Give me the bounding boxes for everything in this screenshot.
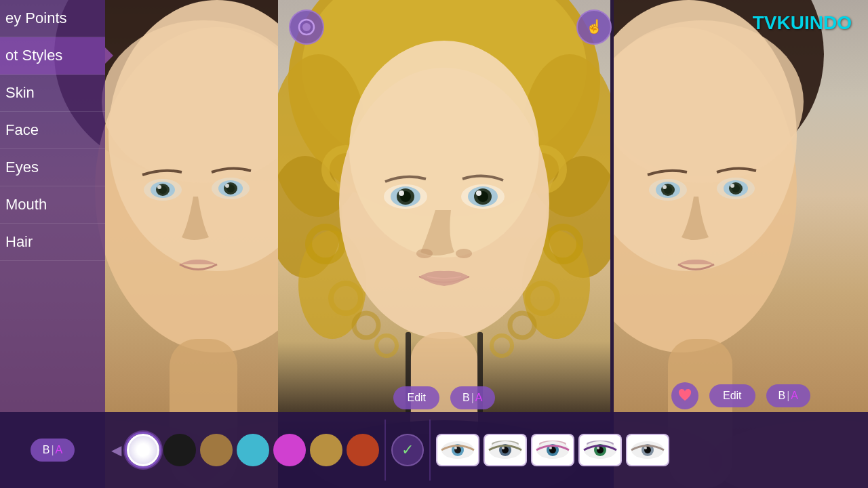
svg-point-72 — [302, 23, 311, 31]
scroll-left-icon: ◀ — [111, 442, 121, 458]
center-edit-button[interactable]: Edit — [393, 386, 439, 409]
check-icon: ✓ — [401, 441, 414, 459]
left-circle-button[interactable] — [289, 9, 324, 45]
watermark: TVKUINDO — [753, 12, 852, 34]
color-swatch-black[interactable] — [163, 434, 196, 466]
eye-option-4[interactable] — [578, 434, 622, 466]
center-bottom-controls: Edit B | A — [278, 386, 610, 409]
color-swatch-teal[interactable] — [237, 434, 269, 466]
sidebar-item-hair[interactable]: Hair — [0, 224, 105, 261]
svg-point-82 — [502, 447, 505, 449]
heart-icon — [677, 388, 692, 403]
eye-option-3[interactable] — [531, 434, 574, 466]
right-edit-button[interactable]: Edit — [709, 384, 755, 407]
scroll-left-button[interactable]: ◀ — [105, 434, 127, 466]
bia-b: B — [462, 392, 470, 404]
eye-option-2[interactable] — [484, 434, 527, 466]
sidebar-label-skin: Skin — [5, 84, 35, 102]
eye-options — [436, 434, 669, 466]
divider-2 — [429, 420, 431, 481]
divider-1 — [384, 420, 386, 481]
bottom-bia-b: B — [43, 444, 50, 456]
sidebar-item-face[interactable]: Face — [0, 112, 105, 149]
center-top-right-btn[interactable]: ☝ — [576, 9, 612, 45]
right-bia-divider: | — [787, 390, 789, 402]
bottom-bar: B | A ◀ ✓ — [0, 412, 868, 488]
svg-point-92 — [597, 447, 599, 449]
svg-point-77 — [454, 447, 457, 449]
color-swatch-white[interactable] — [127, 434, 159, 466]
eye-option-5[interactable] — [626, 434, 669, 466]
color-swatch-golden[interactable] — [310, 434, 342, 466]
sidebar-item-skin[interactable]: Skin — [0, 75, 105, 112]
sidebar-label-mouth: Mouth — [5, 196, 47, 214]
circle-icon — [297, 18, 316, 37]
heart-button[interactable] — [671, 382, 698, 409]
sidebar-item-hot-styles[interactable]: ot Styles — [0, 37, 105, 75]
bottom-bia-sep: | — [51, 444, 54, 456]
right-circle-button[interactable]: ☝ — [576, 9, 612, 45]
sidebar-label-key-points: ey Points — [5, 9, 67, 27]
sidebar-item-mouth[interactable]: Mouth — [0, 186, 105, 224]
bia-divider: | — [471, 392, 474, 404]
color-swatch-brown-light[interactable] — [200, 434, 233, 466]
sidebar-arrow — [105, 47, 113, 64]
sidebar-label-eyes: Eyes — [5, 159, 39, 176]
bia-a: A — [475, 392, 483, 404]
bottom-bia-button[interactable]: B | A — [31, 439, 75, 462]
bottom-left-section: B | A — [0, 433, 105, 467]
sidebar-label-hot-styles: ot Styles — [5, 47, 62, 64]
right-bia-button[interactable]: B | A — [766, 384, 811, 407]
sidebar-label-face: Face — [5, 121, 39, 139]
right-bia-b: B — [778, 390, 786, 402]
color-swatches — [127, 434, 379, 466]
check-button[interactable]: ✓ — [391, 434, 424, 466]
sidebar-item-eyes[interactable]: Eyes — [0, 149, 105, 186]
bottom-bia-a: A — [56, 444, 63, 456]
right-bottom-controls: Edit B | A — [614, 382, 868, 409]
svg-point-87 — [549, 447, 552, 449]
hand-icon: ☝ — [585, 18, 604, 37]
center-bia-button[interactable]: B | A — [450, 386, 495, 409]
color-swatch-auburn[interactable] — [347, 434, 379, 466]
svg-text:☝: ☝ — [586, 18, 603, 35]
svg-point-96 — [644, 447, 647, 449]
right-bia-a: A — [791, 390, 798, 402]
color-swatch-magenta[interactable] — [273, 434, 306, 466]
eye-option-1[interactable] — [436, 434, 479, 466]
sidebar-item-key-points[interactable]: ey Points — [0, 0, 105, 37]
center-top-left-btn[interactable] — [289, 9, 324, 45]
sidebar-label-hair: Hair — [5, 233, 33, 251]
